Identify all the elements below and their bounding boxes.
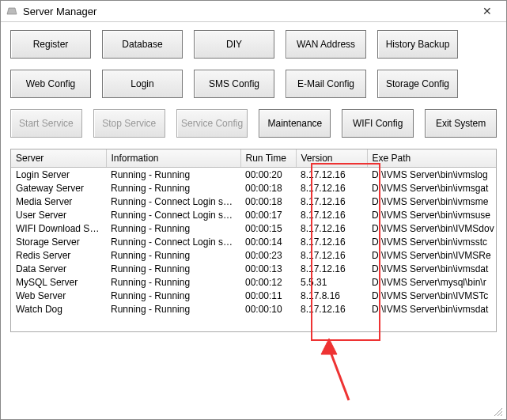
titlebar: Server Manager ✕	[1, 1, 506, 22]
cell-path: D:\IVMS Server\bin\ivmsdat	[367, 302, 497, 316]
cell-info: Running - Running	[106, 248, 240, 262]
table-row[interactable]: Watch DogRunning - Running00:00:108.17.1…	[11, 302, 497, 316]
svg-marker-0	[7, 8, 17, 14]
table-row[interactable]: WIFI Download ServerRunning - Running00:…	[11, 221, 497, 235]
cell-info: Running - Running	[106, 262, 240, 275]
table-body: Login ServerRunning - Running00:00:208.1…	[11, 168, 497, 316]
col-header-information[interactable]: Information	[106, 149, 240, 168]
close-button[interactable]: ✕	[473, 2, 501, 20]
table-row[interactable]: MySQL ServerRunning - Running00:00:125.5…	[11, 275, 497, 289]
cell-server: Login Server	[11, 168, 106, 182]
cell-version: 8.17.12.16	[296, 248, 367, 262]
cell-path: D:\IVMS Server\mysql\bin\r	[367, 275, 497, 289]
table-row[interactable]: Media ServerRunning - Connect Login serv…	[11, 195, 497, 208]
button-row-1: RegisterDatabaseDIYWAN AddressHistory Ba…	[10, 30, 497, 59]
server-table: Server Information Run Time Version Exe …	[11, 149, 497, 316]
cell-path: D:\IVMS Server\bin\IVMSTc	[367, 289, 497, 302]
cell-info: Running - Connect Login serv...	[106, 195, 240, 208]
cell-path: D:\IVMS Server\bin\IVMSRe	[367, 248, 497, 262]
cell-info: Running - Running	[106, 168, 240, 182]
cell-version: 8.17.12.16	[296, 168, 367, 182]
cell-version: 8.17.12.16	[296, 181, 367, 195]
cell-info: Running - Running	[106, 289, 240, 302]
close-icon: ✕	[482, 5, 492, 17]
cell-runtime: 00:00:13	[240, 262, 296, 275]
cell-server: Storage Server	[11, 235, 106, 248]
svg-marker-2	[321, 339, 337, 354]
server-table-container[interactable]: Server Information Run Time Version Exe …	[10, 149, 497, 332]
cell-runtime: 00:00:12	[240, 275, 296, 289]
cell-runtime: 00:00:23	[240, 248, 296, 262]
svg-line-5	[501, 414, 502, 416]
client-area: RegisterDatabaseDIYWAN AddressHistory Ba…	[1, 22, 506, 419]
wan-address-button[interactable]: WAN Address	[286, 30, 366, 59]
button-row-2: Web ConfigLoginSMS ConfigE-Mail ConfigSt…	[10, 70, 497, 98]
cell-version: 8.17.12.16	[296, 262, 367, 275]
col-header-exepath[interactable]: Exe Path	[367, 149, 497, 168]
cell-runtime: 00:00:14	[240, 235, 296, 248]
sms-config-button[interactable]: SMS Config	[194, 70, 274, 98]
cell-path: D:\IVMS Server\bin\IVMSdov	[367, 221, 497, 235]
cell-version: 8.17.12.16	[296, 221, 367, 235]
cell-server: MySQL Server	[11, 275, 106, 289]
diy-button[interactable]: DIY	[194, 30, 274, 59]
resize-grip[interactable]	[492, 406, 503, 417]
col-header-runtime[interactable]: Run Time	[240, 149, 296, 168]
cell-info: Running - Running	[106, 275, 240, 289]
cell-path: D:\IVMS Server\bin\ivmsuse	[367, 208, 497, 221]
window-title: Server Manager	[23, 6, 473, 17]
web-config-button[interactable]: Web Config	[10, 70, 91, 98]
col-header-server[interactable]: Server	[11, 149, 106, 168]
cell-runtime: 00:00:15	[240, 221, 296, 235]
cell-info: Running - Running	[106, 181, 240, 195]
col-header-version[interactable]: Version	[296, 149, 367, 168]
cell-server: Redis Server	[11, 248, 106, 262]
wifi-config-button[interactable]: WIFI Config	[342, 109, 414, 138]
cell-info: Running - Connect Login serv...	[106, 208, 240, 221]
table-row[interactable]: Data ServerRunning - Running00:00:138.17…	[11, 262, 497, 275]
cell-server: Media Server	[11, 195, 106, 208]
table-row[interactable]: Storage ServerRunning - Connect Login se…	[11, 235, 497, 248]
database-button[interactable]: Database	[102, 30, 183, 59]
email-config-button[interactable]: E-Mail Config	[286, 70, 366, 98]
cell-path: D:\IVMS Server\bin\ivmsdat	[367, 262, 497, 275]
table-row[interactable]: User ServerRunning - Connect Login serv.…	[11, 208, 497, 221]
table-row[interactable]: Gateway ServerRunning - Running00:00:188…	[11, 181, 497, 195]
app-icon	[6, 5, 18, 17]
exit-system-button[interactable]: Exit System	[425, 109, 497, 138]
table-row[interactable]: Redis ServerRunning - Running00:00:238.1…	[11, 248, 497, 262]
table-row[interactable]: Login ServerRunning - Running00:00:208.1…	[11, 168, 497, 182]
window: Server Manager ✕ RegisterDatabaseDIYWAN …	[0, 0, 507, 420]
cell-version: 8.17.12.16	[296, 195, 367, 208]
cell-runtime: 00:00:10	[240, 302, 296, 316]
cell-info: Running - Connect Login serv...	[106, 235, 240, 248]
cell-path: D:\IVMS Server\bin\ivmsme	[367, 195, 497, 208]
storage-config-button[interactable]: Storage Config	[377, 70, 458, 98]
cell-server: Gateway Server	[11, 181, 106, 195]
cell-runtime: 00:00:17	[240, 208, 296, 221]
button-row-3: Start ServiceStop ServiceService ConfigM…	[10, 109, 497, 138]
history-backup-button[interactable]: History Backup	[377, 30, 458, 59]
cell-path: D:\IVMS Server\bin\ivmsstc	[367, 235, 497, 248]
cell-version: 8.17.12.16	[296, 302, 367, 316]
stop-service-button: Stop Service	[93, 109, 165, 138]
cell-runtime: 00:00:20	[240, 168, 296, 182]
register-button[interactable]: Register	[10, 30, 91, 59]
table-row[interactable]: Web ServerRunning - Running00:00:118.17.…	[11, 289, 497, 302]
cell-server: WIFI Download Server	[11, 221, 106, 235]
cell-version: 5.5.31	[296, 275, 367, 289]
cell-server: Data Server	[11, 262, 106, 275]
maintenance-button[interactable]: Maintenance	[259, 109, 331, 138]
cell-server: Web Server	[11, 289, 106, 302]
cell-server: User Server	[11, 208, 106, 221]
cell-version: 8.17.8.16	[296, 289, 367, 302]
cell-path: D:\IVMS Server\bin\ivmsgat	[367, 181, 497, 195]
cell-info: Running - Running	[106, 302, 240, 316]
cell-version: 8.17.12.16	[296, 208, 367, 221]
cell-version: 8.17.12.16	[296, 235, 367, 248]
table-header-row: Server Information Run Time Version Exe …	[11, 149, 497, 168]
login-button[interactable]: Login	[102, 70, 183, 98]
cell-info: Running - Running	[106, 221, 240, 235]
cell-server: Watch Dog	[11, 302, 106, 316]
start-service-button: Start Service	[10, 109, 82, 138]
